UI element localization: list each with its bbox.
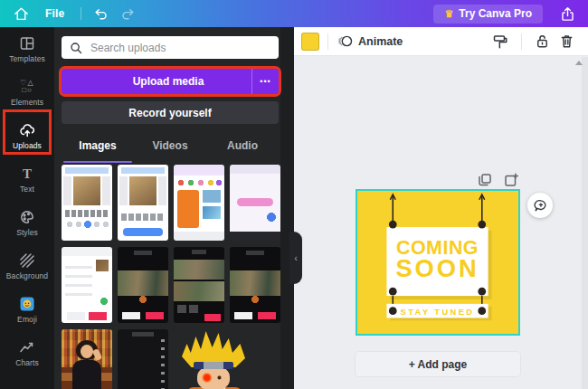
redo-icon (119, 5, 137, 23)
top-bar: File ♛ Try Canva Pro (0, 0, 588, 27)
templates-icon (19, 34, 35, 52)
animate-button[interactable]: Animate (337, 33, 403, 50)
tab-images[interactable]: Images (62, 132, 134, 159)
paint-roller-icon (491, 33, 509, 51)
toolbar-divider (521, 33, 522, 50)
sidebar-item-elements[interactable]: ♡△□○ Elements (0, 71, 54, 114)
record-yourself-button[interactable]: Record yourself (62, 101, 279, 124)
elements-icon: ♡△□○ (20, 78, 33, 96)
sidebar: Templates ♡△□○ Elements Uploads T Text S… (0, 27, 54, 389)
export-icon (559, 5, 576, 23)
add-page-label: + Add page (409, 358, 468, 371)
home-icon (13, 5, 30, 23)
file-menu-button[interactable]: File (36, 3, 73, 24)
sidebar-item-charts[interactable]: Charts (0, 331, 54, 375)
topbar-divider (81, 7, 81, 20)
uploads-tabs: Images Videos Audio (62, 132, 279, 159)
sidebar-item-label: Emoji (17, 315, 37, 324)
canvas-scrollbar[interactable] (582, 57, 588, 389)
upload-thumbnail-vedit[interactable] (118, 247, 168, 323)
upload-thumbnail-stickers[interactable] (174, 165, 224, 241)
chevron-left-icon: ‹ (294, 252, 298, 263)
uploads-grid (62, 165, 282, 389)
sidebar-item-label: Styles (16, 228, 38, 237)
upload-media-button[interactable]: Upload media ••• (62, 69, 279, 94)
paint-roller-button[interactable] (488, 33, 513, 51)
upload-thumbnail-restore-b[interactable] (118, 165, 168, 241)
upload-thumbnail-naruto[interactable] (174, 329, 253, 389)
try-canva-pro-button[interactable]: ♛ Try Canva Pro (433, 5, 543, 24)
sidebar-item-styles[interactable]: Styles (0, 201, 54, 244)
sidebar-item-label: Text (20, 185, 34, 194)
comment-plus-icon (533, 198, 548, 213)
sidebar-item-label: Background (6, 271, 48, 280)
emoji-icon (19, 295, 35, 313)
text-icon: T (23, 165, 32, 183)
sidebar-item-label: Templates (9, 54, 45, 63)
design-page[interactable]: COMING SOON STAY TUNED (356, 189, 520, 336)
undo-button[interactable] (89, 3, 112, 24)
editor-toolbar: Animate (294, 27, 588, 56)
search-uploads-input[interactable] (89, 41, 271, 55)
sidebar-item-emoji[interactable]: Emoji (0, 288, 54, 331)
sidebar-item-label: Charts (15, 358, 39, 367)
search-icon (69, 41, 83, 55)
animate-label: Animate (358, 35, 403, 48)
charts-icon (19, 338, 35, 356)
fill-color-swatch[interactable] (301, 33, 319, 51)
home-button[interactable] (9, 3, 33, 24)
upload-thumbnail-postform[interactable] (62, 247, 112, 323)
upload-thumbnail-pinkbtn[interactable] (230, 165, 280, 241)
background-stripes-icon (19, 251, 35, 270)
upload-thumbnail-restore-a[interactable] (62, 165, 112, 241)
sidebar-item-background[interactable]: Background (0, 244, 54, 288)
crown-icon: ♛ (444, 9, 453, 19)
animate-icon (337, 33, 354, 50)
uploads-cloud-icon (19, 121, 36, 139)
record-yourself-label: Record yourself (128, 107, 211, 119)
coming-soon-design: COMING SOON STAY TUNED (357, 191, 518, 334)
lock-icon (534, 33, 551, 50)
upload-thumbnail-vgrid[interactable] (174, 247, 224, 323)
delete-button[interactable] (555, 33, 579, 50)
sidebar-item-label: Uploads (13, 141, 42, 150)
tab-audio[interactable]: Audio (206, 132, 279, 159)
redo-button[interactable] (116, 3, 139, 24)
add-comment-button[interactable] (527, 193, 553, 218)
lock-button[interactable] (530, 33, 555, 50)
add-page-button[interactable]: + Add page (356, 352, 520, 376)
sidebar-item-label: Elements (11, 98, 43, 107)
panel-scrollbar[interactable] (280, 27, 294, 389)
add-page-icon (504, 173, 518, 187)
sidebar-item-uploads[interactable]: Uploads (0, 114, 54, 157)
tab-videos[interactable]: Videos (134, 132, 206, 159)
trash-icon (558, 33, 575, 50)
upload-thumbnail-editor[interactable] (118, 329, 168, 389)
scroll-up-arrow[interactable] (575, 61, 583, 65)
canva-editor-window: File ♛ Try Canva Pro Templates ♡△□○ Elem… (0, 0, 588, 389)
styles-palette-icon (19, 208, 35, 226)
duplicate-icon (478, 173, 492, 187)
upload-thumbnail-woman[interactable] (62, 329, 112, 389)
editor-canvas-area: Animate (294, 27, 588, 389)
upload-media-label: Upload media (62, 75, 251, 88)
sidebar-item-templates[interactable]: Templates (0, 27, 54, 71)
try-canva-pro-label: Try Canva Pro (459, 7, 532, 20)
undo-icon (92, 5, 109, 23)
search-uploads-box (62, 36, 279, 59)
heading-line2: SOON (395, 254, 479, 282)
duplicate-page-button[interactable] (478, 173, 492, 187)
banner-text: STAY TUNED (401, 308, 475, 317)
add-page-icon-button[interactable] (504, 173, 518, 187)
panel-collapse-button[interactable]: ‹ (289, 232, 302, 284)
toolbar-divider (327, 33, 328, 50)
uploads-panel: Upload media ••• Record yourself Images … (54, 27, 294, 389)
upload-thumbnail-vedit2[interactable] (230, 247, 280, 323)
sidebar-item-text[interactable]: T Text (0, 157, 54, 201)
share-export-button[interactable] (555, 3, 579, 24)
upload-more-options-button[interactable]: ••• (251, 69, 279, 94)
